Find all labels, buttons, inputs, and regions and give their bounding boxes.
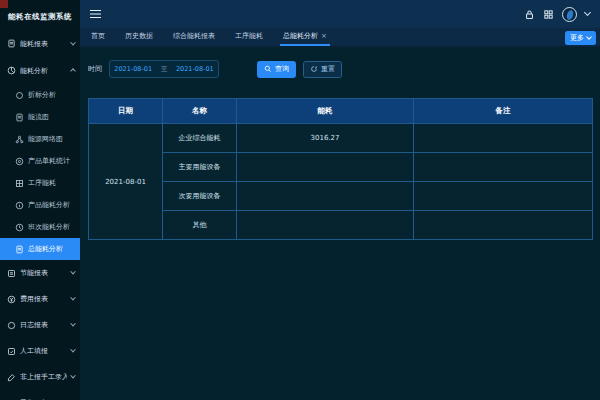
sidebar-item-label: 节能报表 bbox=[20, 268, 67, 278]
value-cell bbox=[237, 211, 414, 240]
remark-cell bbox=[414, 182, 593, 211]
sidebar-item-shift-energy-analysis[interactable]: 班次能耗分析 bbox=[0, 216, 80, 238]
sidebar-item-label: 人工填报 bbox=[20, 346, 67, 356]
table-header-row: 日期 名称 能耗 备注 bbox=[89, 99, 593, 124]
chevron-down-icon bbox=[70, 347, 76, 353]
main-area: 首页 历史数据 综合能耗报表 工序能耗 总能耗分析 × 更多 时间 2021-0… bbox=[80, 0, 600, 400]
sidebar-item-manual-entry[interactable]: 人工填报 bbox=[0, 338, 80, 364]
sidebar-item-energy-flow-chart[interactable]: 能流图 bbox=[0, 106, 80, 128]
date-cell: 2021-08-01 bbox=[89, 124, 163, 240]
process-icon bbox=[15, 179, 24, 188]
energy-table: 日期 名称 能耗 备注 2021-08-01 企业综合能耗 3016.27 主要… bbox=[88, 98, 593, 240]
tab-home[interactable]: 首页 bbox=[88, 28, 108, 46]
sidebar-item-collect-device[interactable]: 采集设备 bbox=[0, 390, 80, 400]
col-header-remark: 备注 bbox=[414, 99, 593, 124]
sidebar-item-product-unit-stats[interactable]: 产品单耗统计 bbox=[0, 150, 80, 172]
sidebar-item-process-energy[interactable]: 工序能耗 bbox=[0, 172, 80, 194]
table-row: 次要用能设备 bbox=[89, 182, 593, 211]
sidebar-item-label: 能流图 bbox=[28, 112, 75, 122]
sidebar-item-label: 产品单耗统计 bbox=[28, 156, 75, 166]
sidebar-item-label: 班次能耗分析 bbox=[28, 222, 75, 232]
more-button[interactable]: 更多 bbox=[565, 31, 596, 45]
refresh-icon bbox=[310, 65, 318, 73]
date-range-picker[interactable]: 2021-08-01 至 2021-08-01 bbox=[109, 60, 219, 78]
chevron-down-icon bbox=[70, 39, 76, 45]
sidebar-item-label: 能源网络图 bbox=[28, 134, 75, 144]
sidebar-item-label: 费用报表 bbox=[20, 294, 67, 304]
query-button[interactable]: 查询 bbox=[257, 61, 296, 78]
name-cell: 企业综合能耗 bbox=[163, 124, 237, 153]
tab-bar: 首页 历史数据 综合能耗报表 工序能耗 总能耗分析 × 更多 bbox=[80, 28, 600, 47]
chevron-up-icon bbox=[70, 68, 76, 74]
chevron-down-icon bbox=[70, 321, 76, 327]
tab-label: 首页 bbox=[91, 31, 105, 41]
tab-history-data[interactable]: 历史数据 bbox=[122, 28, 156, 46]
close-icon[interactable]: × bbox=[321, 32, 327, 40]
col-header-name: 名称 bbox=[163, 99, 237, 124]
avatar[interactable] bbox=[562, 7, 577, 22]
name-cell: 其他 bbox=[163, 211, 237, 240]
remark-cell bbox=[414, 153, 593, 182]
chevron-down-icon bbox=[586, 34, 592, 40]
tab-label: 总能耗分析 bbox=[283, 31, 318, 41]
sidebar-item-energy-report[interactable]: 能耗报表 bbox=[0, 30, 80, 57]
analysis-icon bbox=[7, 66, 16, 75]
keyboard-icon bbox=[7, 373, 16, 382]
sidebar-item-label: 能耗分析 bbox=[20, 66, 67, 76]
info-icon bbox=[15, 201, 24, 210]
lock-icon[interactable] bbox=[524, 9, 535, 20]
reset-label: 重置 bbox=[321, 64, 335, 74]
sidebar-item-label: 日志报表 bbox=[20, 320, 67, 330]
flow-chart-icon bbox=[15, 113, 24, 122]
sidebar-item-cost-report[interactable]: 费用报表 bbox=[0, 286, 80, 312]
fullscreen-grid-icon[interactable] bbox=[543, 9, 554, 20]
date-to-value[interactable]: 2021-08-01 bbox=[176, 65, 214, 73]
shift-icon bbox=[15, 223, 24, 232]
log-report-icon bbox=[7, 321, 16, 330]
date-from-value[interactable]: 2021-08-01 bbox=[114, 65, 152, 73]
sidebar-item-label: 工序能耗 bbox=[28, 178, 75, 188]
sidebar-item-label: 非上报手工录入 bbox=[20, 372, 67, 382]
sidebar-item-energy-analysis[interactable]: 能耗分析 bbox=[0, 57, 80, 84]
value-cell bbox=[237, 182, 414, 211]
sidebar: 能耗在线监测系统 能耗报表 能耗分析 折标分析 能流图 能源网络图 产品单耗统计… bbox=[0, 0, 80, 400]
sidebar-item-energy-network-chart[interactable]: 能源网络图 bbox=[0, 128, 80, 150]
sidebar-item-offline-manual-input[interactable]: 非上报手工录入 bbox=[0, 364, 80, 390]
time-filter-label: 时间 bbox=[88, 64, 102, 74]
remark-cell bbox=[414, 211, 593, 240]
total-analysis-icon bbox=[15, 245, 24, 254]
hamburger-menu-icon[interactable] bbox=[90, 10, 101, 12]
col-header-energy: 能耗 bbox=[237, 99, 414, 124]
value-cell bbox=[237, 153, 414, 182]
sidebar-item-label: 总能耗分析 bbox=[28, 244, 75, 254]
chevron-down-icon bbox=[70, 269, 76, 275]
sidebar-item-standard-coal-analysis[interactable]: 折标分析 bbox=[0, 84, 80, 106]
sidebar-item-label: 产品能耗分析 bbox=[28, 200, 75, 210]
reset-button[interactable]: 重置 bbox=[303, 61, 342, 78]
content-panel: 时间 2021-08-01 至 2021-08-01 查询 重置 日期 名称 bbox=[80, 47, 600, 399]
value-cell: 3016.27 bbox=[237, 124, 414, 153]
chevron-down-icon[interactable] bbox=[584, 9, 591, 16]
col-header-date: 日期 bbox=[89, 99, 163, 124]
tab-total-energy-analysis[interactable]: 总能耗分析 × bbox=[280, 28, 330, 46]
app-title: 能耗在线监测系统 bbox=[0, 0, 80, 30]
search-icon bbox=[264, 65, 272, 73]
remark-cell bbox=[414, 124, 593, 153]
stats-icon bbox=[15, 157, 24, 166]
tab-label: 工序能耗 bbox=[235, 31, 263, 41]
report-icon bbox=[7, 39, 16, 48]
tab-comprehensive-report[interactable]: 综合能耗报表 bbox=[170, 28, 218, 46]
sidebar-item-label: 折标分析 bbox=[28, 90, 75, 100]
saving-report-icon bbox=[7, 269, 16, 278]
sidebar-item-log-report[interactable]: 日志报表 bbox=[0, 312, 80, 338]
sidebar-item-saving-report[interactable]: 节能报表 bbox=[0, 260, 80, 286]
circle-icon bbox=[15, 91, 24, 100]
sidebar-item-total-energy-analysis[interactable]: 总能耗分析 bbox=[0, 238, 80, 260]
manual-entry-icon bbox=[7, 347, 16, 356]
sidebar-item-label: 能耗报表 bbox=[20, 39, 67, 49]
sidebar-item-product-energy-analysis[interactable]: 产品能耗分析 bbox=[0, 194, 80, 216]
chevron-down-icon bbox=[70, 295, 76, 301]
date-separator: 至 bbox=[161, 65, 168, 74]
tab-process-energy[interactable]: 工序能耗 bbox=[232, 28, 266, 46]
cost-report-icon bbox=[7, 295, 16, 304]
